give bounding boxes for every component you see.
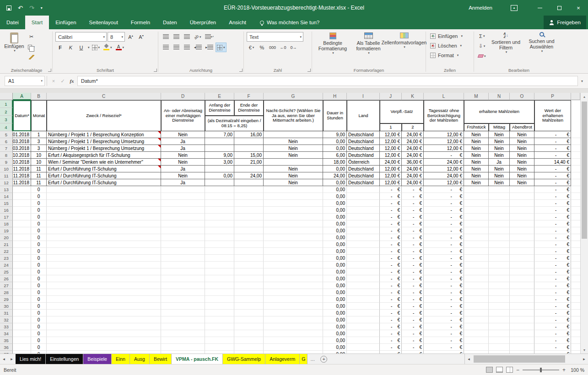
cell-O25[interactable]	[510, 268, 534, 275]
cell-G33[interactable]	[264, 323, 323, 330]
cell-F6[interactable]	[234, 138, 264, 145]
cell-G17[interactable]	[264, 214, 323, 220]
cell-I14[interactable]	[347, 193, 380, 200]
cell-P34[interactable]: - €	[534, 330, 571, 337]
cell-I36[interactable]	[347, 344, 380, 351]
insert-cells-button[interactable]: +Einfügen▾	[429, 31, 471, 41]
copy-button[interactable]: ▾	[27, 42, 36, 52]
cell-O16[interactable]	[510, 207, 534, 214]
cell-G25[interactable]	[264, 268, 323, 275]
cell-O5[interactable]: Nein	[510, 131, 534, 138]
cell-N25[interactable]	[489, 268, 510, 275]
cell-F36[interactable]	[234, 344, 264, 351]
cell-P13[interactable]: - €	[534, 186, 571, 193]
cell-N32[interactable]	[489, 316, 510, 323]
cell-C18[interactable]	[47, 220, 161, 227]
cell-F20[interactable]	[234, 234, 264, 241]
row-header-4[interactable]: 4	[0, 123, 13, 131]
cell-N17[interactable]	[489, 214, 510, 220]
cell-I6[interactable]: Deutschland	[347, 138, 380, 145]
cell-N22[interactable]	[489, 248, 510, 255]
cell-O23[interactable]	[510, 255, 534, 262]
cell-L19[interactable]: - €	[424, 227, 464, 234]
row-header-18[interactable]: 18	[0, 220, 13, 227]
cell-I12[interactable]: Deutschland	[347, 179, 380, 186]
cell-H26[interactable]: 0,00	[323, 275, 347, 282]
cell-B5[interactable]: 1	[31, 131, 47, 138]
cell-H12[interactable]: 0,00	[323, 179, 347, 186]
cell-I18[interactable]	[347, 220, 380, 227]
close-button[interactable]: ×	[569, 0, 588, 16]
scroll-up-icon[interactable]: ▴	[581, 93, 588, 100]
delete-cells-button[interactable]: ×Löschen▾	[429, 41, 471, 50]
cell-N34[interactable]	[489, 330, 510, 337]
cell-B7[interactable]: 3	[31, 145, 47, 152]
cell-G20[interactable]	[264, 234, 323, 241]
cell-D8[interactable]: Nein	[161, 152, 205, 159]
cell-G31[interactable]	[264, 310, 323, 316]
cell-F35[interactable]	[234, 337, 264, 344]
cell-J10[interactable]: 12,00 €	[380, 166, 402, 172]
tell-me-search[interactable]: Was möchten Sie tun?	[260, 16, 319, 29]
cell-A10[interactable]: 06.11.2018	[13, 166, 31, 172]
align-left-button[interactable]	[161, 43, 171, 52]
scroll-right-icon[interactable]: ▸	[580, 357, 588, 361]
cell-H36[interactable]: 0,00	[323, 344, 347, 351]
cell-P14[interactable]: - €	[534, 193, 571, 200]
cell-D15[interactable]	[161, 200, 205, 207]
cell-K21[interactable]: - €	[402, 241, 424, 248]
cell-J24[interactable]: - €	[380, 262, 402, 268]
cell-L6[interactable]: 12,00 €	[424, 138, 464, 145]
header-cell-n-sub[interactable]: Mittag	[489, 123, 510, 131]
cell-D18[interactable]	[161, 220, 205, 227]
cell-C17[interactable]	[47, 214, 161, 220]
fill-color-button[interactable]: ▾	[102, 43, 113, 52]
cell-A6[interactable]: 15.03.2018	[13, 138, 31, 145]
cell-M7[interactable]: Nein	[464, 145, 489, 152]
cell-D20[interactable]	[161, 234, 205, 241]
cell-B21[interactable]: 0	[31, 241, 47, 248]
cell-B10[interactable]: 11	[31, 166, 47, 172]
header-cell-e[interactable]: Anfang der Dienstreise	[205, 100, 234, 116]
column-header-I[interactable]: I	[347, 93, 380, 100]
ribbon-tab-datei[interactable]: Datei	[0, 16, 25, 29]
cell-L24[interactable]: - €	[424, 262, 464, 268]
cell-F32[interactable]	[234, 316, 264, 323]
row-header-3[interactable]: 3	[0, 116, 13, 123]
vertical-scroll-thumb[interactable]	[582, 102, 587, 239]
cell-J20[interactable]: - €	[380, 234, 402, 241]
orientation-button[interactable]: ab▾	[193, 32, 203, 42]
cell-E17[interactable]	[205, 214, 234, 220]
cell-D6[interactable]: Ja	[161, 138, 205, 145]
cell-A13[interactable]	[13, 186, 31, 193]
cell-C21[interactable]	[47, 241, 161, 248]
cell-C29[interactable]	[47, 296, 161, 303]
cell-M14[interactable]	[464, 193, 489, 200]
cell-C23[interactable]	[47, 255, 161, 262]
cell-B26[interactable]: 0	[31, 275, 47, 282]
cell-N24[interactable]	[489, 262, 510, 268]
cell-P9[interactable]: 14,40 €	[534, 159, 571, 166]
cell-E33[interactable]	[205, 323, 234, 330]
zoom-slider-thumb[interactable]	[540, 368, 542, 372]
cell-B32[interactable]: 0	[31, 316, 47, 323]
italic-button[interactable]: K	[66, 43, 76, 52]
horizontal-scroll-thumb[interactable]	[474, 355, 565, 363]
header-cell-mno[interactable]: erhaltene Mahlzeiten	[464, 100, 534, 123]
cell-K28[interactable]: - €	[402, 289, 424, 296]
cell-M15[interactable]	[464, 200, 489, 207]
cell-E8[interactable]: 9,00	[205, 152, 234, 159]
cell-D28[interactable]	[161, 289, 205, 296]
cell-A31[interactable]	[13, 310, 31, 316]
cell-D7[interactable]: Ja	[161, 145, 205, 152]
row-header-28[interactable]: 28	[0, 289, 13, 296]
cell-A14[interactable]	[13, 193, 31, 200]
cell-M6[interactable]: Nein	[464, 138, 489, 145]
dialog-launcher-icon[interactable]	[48, 69, 51, 72]
cell-P36[interactable]: - €	[534, 344, 571, 351]
cell-L21[interactable]: - €	[424, 241, 464, 248]
cell-L25[interactable]: - €	[424, 268, 464, 275]
cell-H25[interactable]: 0,00	[323, 268, 347, 275]
cell-P31[interactable]: - €	[534, 310, 571, 316]
cell-D23[interactable]	[161, 255, 205, 262]
